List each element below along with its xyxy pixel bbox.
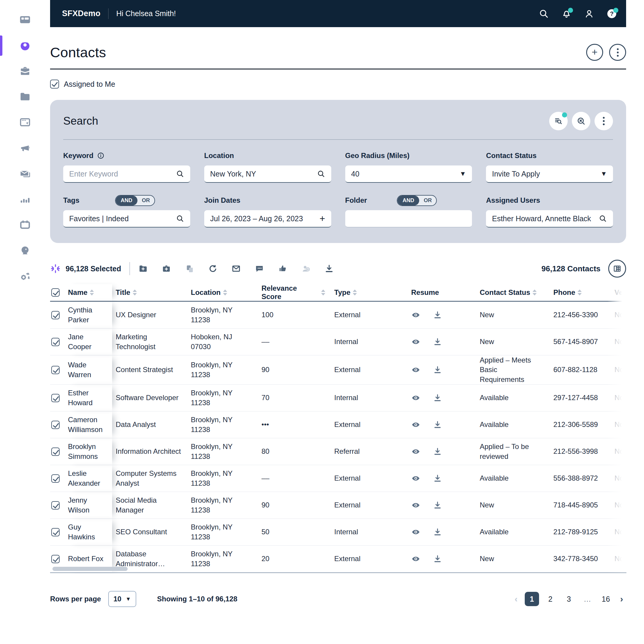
- view-resume-icon[interactable]: [411, 420, 420, 429]
- contact-name[interactable]: Jenny Wilson: [65, 492, 112, 518]
- assign-user-icon[interactable]: [301, 264, 311, 273]
- contact-name[interactable]: Jane Cooper: [65, 329, 112, 355]
- row-checkbox[interactable]: [51, 448, 60, 456]
- help-icon[interactable]: ?: [606, 8, 617, 19]
- brand-logo[interactable]: SFXDemo: [62, 9, 100, 18]
- info-icon[interactable]: [97, 152, 105, 160]
- contact-status-select[interactable]: Invite To Apply ▼: [486, 165, 613, 183]
- contact-name[interactable]: Wade Warren: [65, 355, 112, 384]
- table-view-button[interactable]: [608, 260, 626, 278]
- sidebar-item-forms[interactable]: [19, 116, 31, 128]
- row-checkbox[interactable]: [51, 338, 60, 346]
- contact-name[interactable]: Cameron Williamson: [65, 411, 112, 438]
- location-input[interactable]: [210, 170, 317, 178]
- view-resume-icon[interactable]: [411, 501, 420, 510]
- sidebar-item-folders[interactable]: [19, 91, 31, 103]
- column-header[interactable]: Type: [325, 284, 397, 301]
- column-header[interactable]: Relevance Score: [257, 284, 325, 301]
- user-icon[interactable]: [584, 8, 595, 19]
- sort-arrows-icon[interactable]: [133, 290, 137, 295]
- page-more-options-button[interactable]: [609, 44, 626, 61]
- view-resume-icon[interactable]: [411, 365, 420, 374]
- view-resume-icon[interactable]: [411, 337, 420, 346]
- search-icon[interactable]: [176, 170, 184, 178]
- sort-arrows-icon[interactable]: [223, 290, 227, 295]
- sidebar-item-analytics[interactable]: [19, 193, 31, 205]
- rows-per-page-select[interactable]: 10 ▼: [108, 591, 136, 607]
- sort-arrows-icon[interactable]: [532, 290, 537, 295]
- contact-name[interactable]: Brooklyn Simmons: [65, 438, 112, 465]
- sort-arrows-icon[interactable]: [578, 290, 582, 295]
- view-resume-icon[interactable]: [411, 310, 420, 320]
- sidebar-item-contacts[interactable]: [19, 39, 31, 51]
- sidebar-item-messages[interactable]: [19, 168, 31, 179]
- search-icon[interactable]: [599, 214, 607, 223]
- column-header[interactable]: Name: [65, 284, 112, 301]
- add-to-job-icon[interactable]: [162, 264, 171, 273]
- row-checkbox[interactable]: [51, 366, 60, 374]
- view-resume-icon[interactable]: [411, 474, 420, 483]
- download-resume-icon[interactable]: [433, 554, 442, 563]
- column-header[interactable]: Location: [187, 284, 257, 301]
- sms-icon[interactable]: [255, 264, 264, 273]
- view-resume-icon[interactable]: [411, 447, 420, 456]
- select-all-checkbox[interactable]: [51, 288, 60, 297]
- search-icon[interactable]: [538, 8, 549, 19]
- add-date-icon[interactable]: +: [320, 213, 325, 224]
- download-resume-icon[interactable]: [433, 310, 442, 320]
- download-resume-icon[interactable]: [433, 447, 442, 456]
- column-header[interactable]: Phone: [541, 284, 609, 301]
- download-resume-icon[interactable]: [433, 474, 442, 483]
- search-icon[interactable]: [176, 214, 184, 223]
- folder-input[interactable]: [351, 214, 466, 223]
- download-resume-icon[interactable]: [433, 527, 442, 537]
- search-more-options-button[interactable]: [595, 112, 613, 130]
- contact-name[interactable]: Cynthia Parker: [65, 302, 112, 328]
- download-resume-icon[interactable]: [433, 393, 442, 403]
- export-download-icon[interactable]: [324, 264, 334, 273]
- row-checkbox[interactable]: [51, 421, 60, 429]
- sidebar-item-dashboard[interactable]: [19, 14, 31, 26]
- row-checkbox[interactable]: [51, 311, 60, 319]
- sidebar-item-calendar[interactable]: [19, 219, 31, 231]
- sidebar-item-insights[interactable]: [19, 244, 31, 256]
- shortlist-thumbs-up-icon[interactable]: [278, 264, 287, 273]
- row-checkbox[interactable]: [51, 528, 60, 536]
- sort-arrows-icon[interactable]: [90, 290, 94, 295]
- sort-arrows-icon[interactable]: [321, 290, 325, 295]
- keyword-input[interactable]: [69, 170, 176, 178]
- next-page-button[interactable]: ›: [617, 594, 626, 604]
- folder-and-or-toggle[interactable]: ANDOR: [397, 195, 437, 206]
- contact-name[interactable]: Esther Howard: [65, 385, 112, 411]
- row-checkbox[interactable]: [51, 394, 60, 402]
- download-resume-icon[interactable]: [433, 365, 442, 374]
- search-icon[interactable]: [317, 170, 325, 178]
- row-checkbox[interactable]: [51, 474, 60, 483]
- add-contact-button[interactable]: +: [586, 44, 603, 61]
- add-to-folder-icon[interactable]: [138, 264, 148, 273]
- column-header[interactable]: Contact Status: [477, 284, 541, 301]
- column-header[interactable]: Title: [112, 284, 187, 301]
- assigned-users-value[interactable]: Esther Howard, Annette Black: [492, 214, 599, 223]
- download-resume-icon[interactable]: [433, 420, 442, 429]
- sort-arrows-icon[interactable]: [353, 290, 357, 295]
- view-resume-icon[interactable]: [411, 393, 420, 403]
- download-resume-icon[interactable]: [433, 337, 442, 346]
- clear-search-button[interactable]: [572, 112, 590, 130]
- tags-value[interactable]: Favorites | Indeed: [69, 214, 176, 223]
- view-resume-icon[interactable]: [411, 527, 420, 537]
- download-resume-icon[interactable]: [433, 501, 442, 510]
- view-resume-icon[interactable]: [411, 554, 420, 563]
- join-dates-input[interactable]: Jul 26, 2023 – Aug 26, 2023 +: [204, 210, 331, 227]
- previous-page-button[interactable]: ‹: [512, 594, 521, 604]
- page-button[interactable]: 3: [562, 592, 576, 606]
- assigned-to-me-checkbox[interactable]: [50, 80, 59, 89]
- saved-search-button[interactable]: [549, 112, 568, 130]
- horizontal-scrollbar-thumb[interactable]: [52, 567, 128, 571]
- notifications-bell-icon[interactable]: [561, 8, 572, 19]
- refresh-icon[interactable]: [208, 264, 218, 273]
- row-checkbox[interactable]: [51, 501, 60, 510]
- sidebar-item-campaigns[interactable]: [19, 142, 31, 154]
- page-button[interactable]: 2: [543, 592, 558, 606]
- row-checkbox[interactable]: [51, 555, 60, 563]
